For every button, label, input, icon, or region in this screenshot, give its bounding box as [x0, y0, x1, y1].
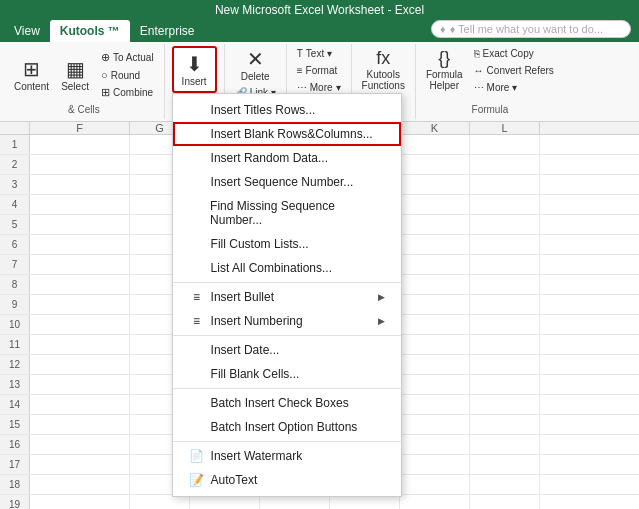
cell-l11[interactable] — [470, 335, 540, 354]
cell-k15[interactable] — [400, 415, 470, 434]
cell-k17[interactable] — [400, 455, 470, 474]
more-icon: ⋯ — [297, 82, 307, 93]
tab-kutools[interactable]: Kutools ™ — [50, 20, 130, 42]
cell-f14[interactable] — [30, 395, 130, 414]
menu-find-missing-sequence[interactable]: Find Missing Sequence Number... — [173, 194, 401, 232]
cell-l13[interactable] — [470, 375, 540, 394]
cell-k18[interactable] — [400, 475, 470, 494]
cell-l7[interactable] — [470, 255, 540, 274]
cell-f10[interactable] — [30, 315, 130, 334]
ribbon-search[interactable]: ♦ ♦ Tell me what you want to do... — [431, 20, 631, 38]
menu-insert-blank-rows-cols[interactable]: Insert Blank Rows&Columns... — [173, 122, 401, 146]
select-button[interactable]: ▦ Select — [55, 56, 95, 95]
menu-list-all-combinations[interactable]: List All Combinations... — [173, 256, 401, 280]
cell-k10[interactable] — [400, 315, 470, 334]
formula-more-button[interactable]: ⋯ More ▾ — [470, 80, 558, 95]
cell-k9[interactable] — [400, 295, 470, 314]
cell-k16[interactable] — [400, 435, 470, 454]
menu-fill-custom-lists[interactable]: Fill Custom Lists... — [173, 232, 401, 256]
cell-k6[interactable] — [400, 235, 470, 254]
combine-button[interactable]: ⊞ Combine — [97, 84, 158, 101]
cell-f18[interactable] — [30, 475, 130, 494]
cell-l19[interactable] — [470, 495, 540, 509]
cell-l12[interactable] — [470, 355, 540, 374]
cell-l9[interactable] — [470, 295, 540, 314]
insert-group: ⬇ Insert Insert Titles Rows... Insert Bl… — [165, 44, 225, 119]
cell-f1[interactable] — [30, 135, 130, 154]
row-number: 19 — [0, 495, 30, 509]
menu-batch-insert-option-buttons[interactable]: Batch Insert Option Buttons — [173, 415, 401, 439]
cell-k1[interactable] — [400, 135, 470, 154]
cell-f13[interactable] — [30, 375, 130, 394]
tab-enterprise[interactable]: Enterprise — [130, 20, 205, 42]
delete-button[interactable]: ✕ Delete — [235, 46, 275, 85]
cell-f15[interactable] — [30, 415, 130, 434]
cell-f6[interactable] — [30, 235, 130, 254]
menu-insert-titles-rows[interactable]: Insert Titles Rows... — [173, 98, 401, 122]
menu-insert-random-data[interactable]: Insert Random Data... — [173, 146, 401, 170]
cell-k2[interactable] — [400, 155, 470, 174]
format-button[interactable]: ≡ Format — [293, 63, 345, 78]
cell-f12[interactable] — [30, 355, 130, 374]
convert-refers-button[interactable]: ↔ Convert Refers — [470, 63, 558, 78]
menu-batch-insert-checkboxes[interactable]: Batch Insert Check Boxes — [173, 391, 401, 415]
text-button[interactable]: T Text ▾ — [293, 46, 345, 61]
cell-l2[interactable] — [470, 155, 540, 174]
cell-l14[interactable] — [470, 395, 540, 414]
kutools-functions-button[interactable]: fx Kutools Functions — [358, 46, 409, 94]
cell-k4[interactable] — [400, 195, 470, 214]
cell-f9[interactable] — [30, 295, 130, 314]
cell-f16[interactable] — [30, 435, 130, 454]
cell-l17[interactable] — [470, 455, 540, 474]
cell-l4[interactable] — [470, 195, 540, 214]
cell-j19[interactable] — [330, 495, 400, 509]
cell-k13[interactable] — [400, 375, 470, 394]
cell-l8[interactable] — [470, 275, 540, 294]
exact-copy-button[interactable]: ⎘ Exact Copy — [470, 46, 558, 61]
insert-dropdown-menu: Insert Titles Rows... Insert Blank Rows&… — [172, 93, 402, 497]
cell-f8[interactable] — [30, 275, 130, 294]
cell-k12[interactable] — [400, 355, 470, 374]
cell-f19[interactable] — [30, 495, 130, 509]
tab-view[interactable]: View — [4, 20, 50, 42]
cell-k3[interactable] — [400, 175, 470, 194]
cell-f7[interactable] — [30, 255, 130, 274]
cell-l15[interactable] — [470, 415, 540, 434]
menu-fill-blank-cells[interactable]: Fill Blank Cells... — [173, 362, 401, 386]
cell-f4[interactable] — [30, 195, 130, 214]
menu-insert-numbering[interactable]: ≡ Insert Numbering — [173, 309, 401, 333]
cell-g19[interactable] — [130, 495, 190, 509]
cell-k7[interactable] — [400, 255, 470, 274]
cell-k8[interactable] — [400, 275, 470, 294]
cell-f11[interactable] — [30, 335, 130, 354]
cell-k14[interactable] — [400, 395, 470, 414]
cell-l10[interactable] — [470, 315, 540, 334]
insert-button[interactable]: ⬇ Insert — [172, 46, 217, 93]
cell-k11[interactable] — [400, 335, 470, 354]
table-row[interactable]: 19 — [0, 495, 639, 509]
cell-l5[interactable] — [470, 215, 540, 234]
cell-l16[interactable] — [470, 435, 540, 454]
cell-k5[interactable] — [400, 215, 470, 234]
cell-k19[interactable] — [400, 495, 470, 509]
cell-f3[interactable] — [30, 175, 130, 194]
to-actual-button[interactable]: ⊕ To Actual — [97, 49, 158, 66]
round-button[interactable]: ○ Round — [97, 67, 158, 83]
menu-insert-watermark[interactable]: 📄 Insert Watermark — [173, 444, 401, 468]
menu-insert-date[interactable]: Insert Date... — [173, 338, 401, 362]
cell-i19[interactable] — [260, 495, 330, 509]
menu-autotext[interactable]: 📝 AutoText — [173, 468, 401, 492]
formula-helper-button[interactable]: {} Formula Helper — [422, 46, 467, 94]
cell-f2[interactable] — [30, 155, 130, 174]
content-button[interactable]: ⊞ Content — [10, 56, 53, 95]
cell-l6[interactable] — [470, 235, 540, 254]
more-label: More — [310, 82, 333, 93]
menu-insert-bullet[interactable]: ≡ Insert Bullet — [173, 285, 401, 309]
cell-h19[interactable] — [190, 495, 260, 509]
cell-l1[interactable] — [470, 135, 540, 154]
cell-f5[interactable] — [30, 215, 130, 234]
cell-l18[interactable] — [470, 475, 540, 494]
cell-l3[interactable] — [470, 175, 540, 194]
menu-insert-sequence-number[interactable]: Insert Sequence Number... — [173, 170, 401, 194]
cell-f17[interactable] — [30, 455, 130, 474]
